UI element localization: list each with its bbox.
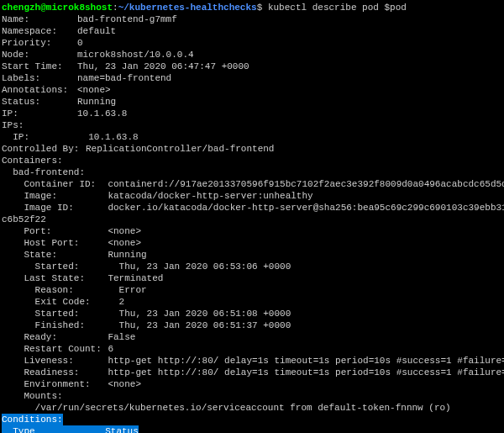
- label-node: Node:: [2, 49, 77, 61]
- label-ls-started: Started:: [35, 308, 119, 319]
- label-restartcount: Restart Count:: [24, 343, 108, 355]
- prompt-colon: :: [113, 3, 118, 13]
- value-restartcount: 6: [108, 344, 113, 354]
- value-ip: 10.1.63.8: [77, 108, 127, 119]
- value-port: <none>: [108, 226, 141, 236]
- value-hostport: <none>: [108, 238, 141, 248]
- value-state: Running: [108, 250, 146, 260]
- value-env: <none>: [108, 379, 141, 389]
- conditions-columns[interactable]: TypeStatus: [2, 425, 139, 433]
- label-labels: Labels:: [2, 72, 77, 84]
- value-laststate: Terminated: [108, 273, 163, 283]
- terminal-output: chengzh@microk8shost:~/kubernetes-health…: [0, 0, 504, 433]
- label-readiness: Readiness:: [24, 367, 108, 378]
- value-starttime: Thu, 23 Jan 2020 06:47:47 +0000: [77, 61, 249, 71]
- label-status: Status:: [2, 96, 77, 108]
- value-finished: Thu, 23 Jan 2020 06:51:37 +0000: [119, 320, 291, 330]
- label-ready: Ready:: [24, 331, 108, 343]
- label-started: Started:: [35, 261, 119, 272]
- value-ips-sub: 10.1.63.8: [88, 132, 138, 142]
- label-namespace: Namespace:: [2, 25, 77, 37]
- label-liveness: Liveness:: [24, 355, 108, 367]
- label-ip: IP:: [2, 108, 77, 119]
- prompt-user: chengzh@microk8shost: [2, 3, 113, 13]
- value-containerid: containerd://917ae2013370596f915bc7102f2…: [108, 179, 504, 189]
- label-starttime: Start Time:: [2, 61, 77, 72]
- label-ips: IPs:: [2, 120, 24, 130]
- label-name: Name:: [2, 13, 77, 25]
- value-ls-started: Thu, 23 Jan 2020 06:51:08 +0000: [119, 309, 291, 319]
- containers-header: Containers:: [2, 155, 502, 166]
- prompt-path: ~/kubernetes-healthchecks: [118, 3, 257, 13]
- value-node: microk8shost/10.0.0.4: [77, 50, 194, 60]
- value-readiness: http-get http://:80/ delay=1s timeout=1s…: [108, 367, 504, 378]
- label-ips-sub: IP:: [13, 131, 88, 143]
- value-imageid: docker.io/katacoda/docker-http-server@sh…: [108, 203, 504, 213]
- value-status: Running: [77, 97, 116, 107]
- label-annotations: Annotations:: [2, 84, 77, 96]
- value-image: katacoda/docker-http-server:unhealthy: [108, 191, 312, 201]
- label-priority: Priority:: [2, 37, 77, 49]
- prompt-line[interactable]: chengzh@microk8shost:~/kubernetes-health…: [2, 2, 502, 13]
- conditions-header[interactable]: Conditions:: [2, 414, 63, 425]
- label-mounts: Mounts:: [24, 391, 62, 401]
- label-port: Port:: [24, 225, 108, 237]
- value-reason: Error: [119, 285, 147, 295]
- label-containerid: Container ID:: [24, 178, 108, 190]
- value-annotations: <none>: [77, 85, 111, 95]
- value-namespace: default: [77, 26, 116, 36]
- value-liveness: http-get http://:80/ delay=1s timeout=1s…: [108, 356, 504, 366]
- value-imageid-wrap: c6b52f22: [2, 214, 46, 224]
- value-labels: name=bad-frontend: [77, 73, 171, 83]
- value-priority: 0: [77, 38, 83, 48]
- value-controlledby: ReplicationController/bad-frontend: [86, 144, 274, 154]
- value-ready: False: [108, 332, 135, 342]
- label-env: Environment:: [24, 378, 108, 390]
- value-started: Thu, 23 Jan 2020 06:53:06 +0000: [119, 261, 291, 272]
- value-exitcode: 2: [119, 297, 125, 307]
- col-status: Status: [105, 426, 139, 433]
- label-hostport: Host Port:: [24, 237, 108, 249]
- label-image: Image:: [24, 190, 108, 202]
- label-controlledby: Controlled By:: [2, 143, 86, 155]
- value-mounts: /var/run/secrets/kubernetes.io/serviceac…: [35, 403, 451, 413]
- value-name: bad-frontend-g7mmf: [77, 14, 177, 24]
- label-finished: Finished:: [35, 319, 119, 331]
- prompt-dollar: $: [257, 3, 263, 13]
- label-imageid: Image ID:: [24, 202, 108, 214]
- label-exitcode: Exit Code:: [35, 296, 119, 308]
- command: kubectl describe pod $pod: [268, 3, 407, 13]
- label-state: State:: [24, 249, 108, 261]
- container-name: bad-frontend:: [13, 167, 85, 177]
- label-reason: Reason:: [35, 284, 119, 296]
- col-type: Type: [13, 425, 105, 433]
- label-laststate: Last State:: [24, 272, 108, 284]
